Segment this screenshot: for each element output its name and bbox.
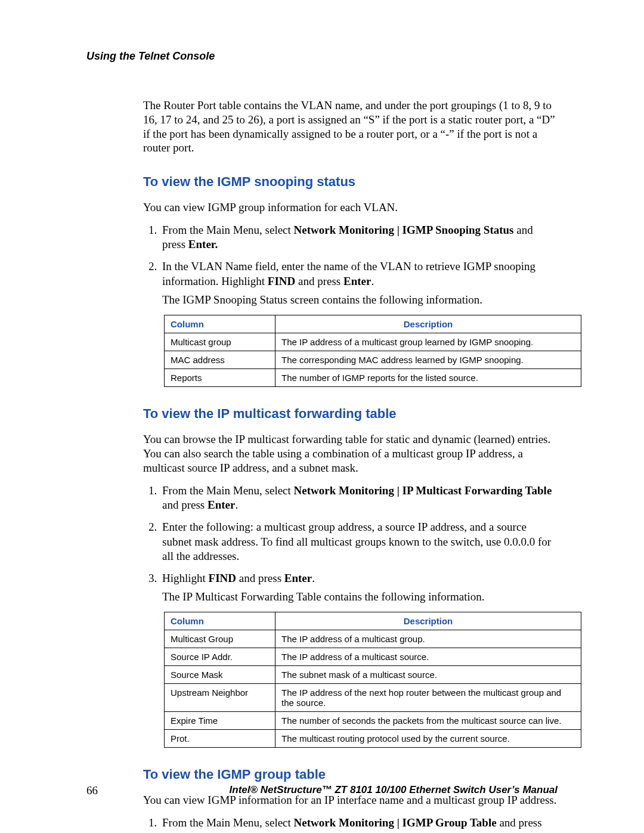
step-item: In the VLAN Name field, enter the name o… (160, 259, 558, 306)
table-row: Expire TimeThe number of seconds the pac… (165, 712, 581, 730)
table-row: ReportsThe number of IGMP reports for th… (165, 369, 581, 387)
footer-text: Intel® NetStructure™ ZT 8101 10/100 Ethe… (230, 784, 558, 797)
lead-paragraph: You can view IGMP group information for … (143, 200, 558, 215)
steps-list: From the Main Menu, select Network Monit… (143, 484, 558, 604)
table-row: Source MaskThe subnet mask of a multicas… (165, 666, 581, 684)
column-header: Column (165, 612, 275, 630)
step-item: From the Main Menu, select Network Monit… (160, 484, 558, 513)
column-header: Column (165, 315, 275, 333)
table-header-row: Column Description (165, 315, 581, 333)
step-note: The IP Multicast Forwarding Table contai… (162, 590, 558, 604)
heading-igmp-snooping: To view the IGMP snooping status (143, 174, 558, 190)
table-row: Multicast GroupThe IP address of a multi… (165, 630, 581, 648)
step-item: From the Main Menu, select Network Monit… (160, 223, 558, 252)
heading-ip-multicast: To view the IP multicast forwarding tabl… (143, 406, 558, 422)
heading-igmp-group: To view the IGMP group table (143, 767, 558, 782)
table-header-row: Column Description (165, 612, 581, 630)
table-row: Multicast groupThe IP address of a multi… (165, 333, 581, 351)
table-row: Upstream NeighborThe IP address of the n… (165, 684, 581, 712)
ip-multicast-table: Column Description Multicast GroupThe IP… (164, 612, 581, 748)
lead-paragraph: You can browse the IP multicast forwardi… (143, 432, 558, 475)
table-row: Prot.The multicast routing protocol used… (165, 730, 581, 748)
intro-paragraph: The Router Port table contains the VLAN … (143, 98, 558, 155)
step-item: Highlight FIND and press Enter. The IP M… (160, 571, 558, 603)
column-header: Description (275, 315, 581, 333)
step-item: From the Main Menu, select Network Monit… (160, 816, 558, 833)
igmp-snooping-table: Column Description Multicast groupThe IP… (164, 315, 581, 387)
step-item: Enter the following: a multicast group a… (160, 520, 558, 564)
column-header: Description (275, 612, 581, 630)
page: Using the Telnet Console The Router Port… (0, 0, 644, 833)
page-footer: 66 Intel® NetStructure™ ZT 8101 10/100 E… (86, 784, 558, 797)
table-row: Source IP Addr.The IP address of a multi… (165, 648, 581, 666)
step-note: The IGMP Snooping Status screen contains… (162, 293, 558, 307)
running-header: Using the Telnet Console (86, 50, 558, 63)
table-row: MAC addressThe corresponding MAC address… (165, 351, 581, 369)
steps-list: From the Main Menu, select Network Monit… (143, 816, 558, 833)
steps-list: From the Main Menu, select Network Monit… (143, 223, 558, 307)
page-number: 66 (86, 784, 98, 797)
